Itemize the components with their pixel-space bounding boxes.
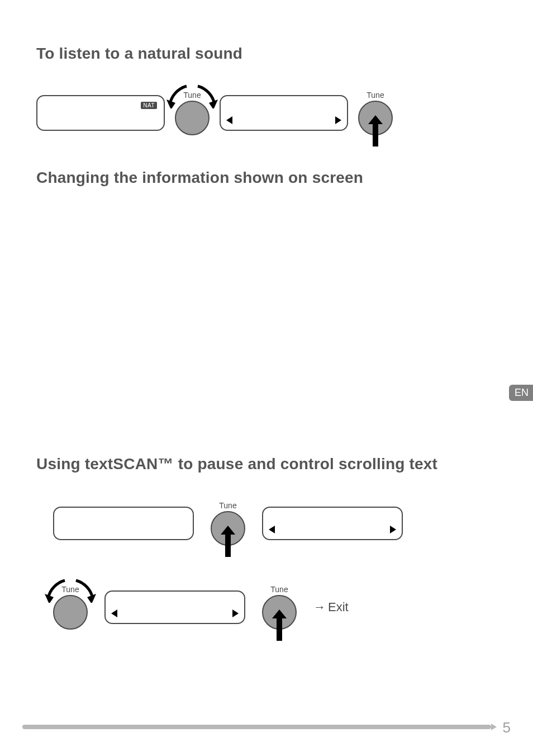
tune-knob-textscan-push[interactable]: Tune xyxy=(211,501,245,546)
textscan-row-1: Tune xyxy=(53,501,497,546)
svg-marker-4 xyxy=(45,594,54,603)
svg-marker-3 xyxy=(221,526,235,557)
tune-knob-push-label: Tune xyxy=(367,91,384,100)
svg-marker-5 xyxy=(87,594,96,603)
arrow-right-icon xyxy=(390,526,396,533)
exit-text: Exit xyxy=(328,600,349,615)
page-number: 5 xyxy=(503,719,511,736)
arrow-right-icon xyxy=(232,609,239,617)
language-tab: EN xyxy=(509,385,533,401)
push-up-arrow-icon xyxy=(367,114,384,148)
footer-progress-line xyxy=(22,725,491,729)
tune-knob-textscan-rotate-label: Tune xyxy=(61,585,79,594)
arrow-left-icon xyxy=(269,526,275,533)
svg-marker-2 xyxy=(368,115,383,147)
tune-knob-push[interactable]: Tune xyxy=(358,91,393,135)
natural-sound-row: NAT Tune Tune xyxy=(36,91,497,135)
display-nat: NAT xyxy=(36,95,165,131)
svg-marker-6 xyxy=(272,609,287,641)
section-change-info-heading: Changing the information shown on screen xyxy=(36,169,497,187)
tune-knob-push-dial[interactable] xyxy=(358,101,393,135)
exit-arrow-icon: → xyxy=(313,600,326,615)
display-textscan-1 xyxy=(53,507,194,540)
display-textscan-3 xyxy=(104,590,245,624)
tune-knob-exit[interactable]: Tune xyxy=(262,585,297,630)
arrow-left-icon xyxy=(226,116,232,124)
tune-knob-textscan-rotate-dial[interactable] xyxy=(53,595,88,630)
tune-knob-exit-dial[interactable] xyxy=(262,595,297,630)
tune-knob-rotate-dial[interactable] xyxy=(175,101,210,135)
tune-knob-textscan-push-dial[interactable] xyxy=(211,511,245,546)
tune-knob-textscan-push-label: Tune xyxy=(219,501,236,510)
arrow-right-icon xyxy=(335,116,341,124)
nat-tag: NAT xyxy=(141,102,157,109)
section-textscan-heading: Using textSCAN™ to pause and control scr… xyxy=(36,455,497,473)
svg-marker-0 xyxy=(166,100,175,108)
tune-knob-textscan-rotate[interactable]: Tune xyxy=(53,585,88,630)
display-scroll-1 xyxy=(220,95,348,131)
section-natural-sound-heading: To listen to a natural sound xyxy=(36,45,497,63)
textscan-row-2: Tune Tune → Exit xyxy=(53,585,497,630)
arrow-left-icon xyxy=(111,609,117,617)
exit-label: → Exit xyxy=(313,600,349,615)
tune-knob-rotate-label: Tune xyxy=(183,91,201,100)
display-textscan-2 xyxy=(262,507,403,540)
tune-knob-exit-label: Tune xyxy=(270,585,288,594)
push-up-arrow-icon xyxy=(271,608,288,642)
tune-knob-rotate[interactable]: Tune xyxy=(175,91,210,135)
push-up-arrow-icon xyxy=(220,525,236,558)
svg-marker-1 xyxy=(209,100,218,108)
